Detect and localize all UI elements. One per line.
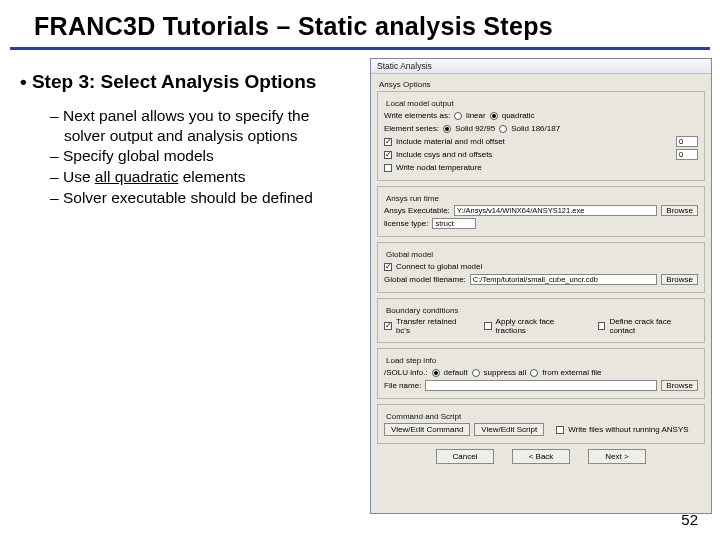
write-nodal-temp-label: Write nodal temperature (396, 163, 482, 172)
write-nodal-temp-check[interactable] (384, 164, 392, 172)
view-edit-script-button[interactable]: View/Edit Script (474, 423, 544, 436)
bullet-list: Next panel allows you to specify the sol… (20, 106, 352, 208)
next-button[interactable]: Next > (588, 449, 646, 464)
boundary-group: Boundary conditions Transfer retained bc… (377, 298, 705, 343)
exec-browse-button[interactable]: Browse (661, 205, 698, 216)
element-series-label: Element series: (384, 124, 439, 133)
solid186187-label: Solid 186/187 (511, 124, 560, 133)
runtime-legend: Ansys run time (386, 194, 698, 203)
global-filename-field[interactable]: C:/Temp/tutorial/small_cube_uncr.cdb (470, 274, 657, 285)
write-elements-label: Write elements as: (384, 111, 450, 120)
boundary-legend: Boundary conditions (386, 306, 698, 315)
step-heading-text: Step 3: Select Analysis Options (32, 71, 316, 92)
mdl-offset-field[interactable]: 0 (676, 136, 698, 147)
cancel-button[interactable]: Cancel (436, 449, 494, 464)
ansys-options-label: Ansys Options (379, 80, 705, 89)
define-contact-label: Define crack face contact (609, 317, 698, 335)
license-label: license type: (384, 219, 428, 228)
solid186187-radio[interactable] (499, 125, 507, 133)
connect-global-check[interactable] (384, 263, 392, 271)
slide-title: FRANC3D Tutorials – Static analysis Step… (0, 12, 720, 47)
apply-crack-check[interactable] (484, 322, 492, 330)
bullet-item: Solver executable should be defined (50, 188, 352, 208)
local-model-legend: Local model output (386, 99, 698, 108)
bullet-item: Specify global models (50, 146, 352, 166)
local-model-group: Local model output Write elements as: li… (377, 91, 705, 181)
exec-field[interactable]: Y:/Ansys/v14/WINX64/ANSYS121.exe (454, 205, 658, 216)
include-material-label: Include material and mdl offset (396, 137, 505, 146)
linear-radio[interactable] (454, 112, 462, 120)
include-csys-check[interactable] (384, 151, 392, 159)
solu-external-label: from external file (542, 368, 601, 377)
global-browse-button[interactable]: Browse (661, 274, 698, 285)
step-heading: • Step 3: Select Analysis Options (20, 70, 352, 94)
linear-label: linear (466, 111, 486, 120)
page-number: 52 (681, 511, 698, 528)
command-script-group: Command and Script View/Edit Command Vie… (377, 404, 705, 444)
bullet-lead: • (20, 71, 32, 92)
static-analysis-dialog: Static Analysis Ansys Options Local mode… (370, 58, 712, 514)
global-model-group: Global model Connect to global model Glo… (377, 242, 705, 293)
include-material-check[interactable] (384, 138, 392, 146)
quadratic-label: quadratic (502, 111, 535, 120)
quadratic-radio[interactable] (490, 112, 498, 120)
solu-external-radio[interactable] (530, 369, 538, 377)
solid9295-label: Solid 92/95 (455, 124, 495, 133)
write-files-check[interactable] (556, 426, 564, 434)
bullet-item: Next panel allows you to specify the sol… (50, 106, 352, 146)
solu-default-label: default (444, 368, 468, 377)
csys-offset-field[interactable]: 0 (676, 149, 698, 160)
loadstep-filename-field[interactable] (425, 380, 657, 391)
solu-label: /SOLU info.: (384, 368, 428, 377)
command-script-legend: Command and Script (386, 412, 698, 421)
loadstep-filename-label: File name: (384, 381, 421, 390)
transfer-bc-label: Transfer retained bc's (396, 317, 472, 335)
runtime-group: Ansys run time Ansys Executable: Y:/Ansy… (377, 186, 705, 237)
loadstep-legend: Load step info (386, 356, 698, 365)
connect-global-label: Connect to global model (396, 262, 482, 271)
view-edit-command-button[interactable]: View/Edit Command (384, 423, 470, 436)
write-files-label: Write files without running ANSYS (568, 425, 688, 434)
bullet-item: Use all quadratic elements (50, 167, 352, 187)
solu-suppress-radio[interactable] (472, 369, 480, 377)
bullet-underline: all quadratic (95, 168, 179, 185)
include-csys-label: Include csys and nd offsets (396, 150, 492, 159)
back-button[interactable]: < Back (512, 449, 570, 464)
solu-default-radio[interactable] (432, 369, 440, 377)
apply-crack-label: Apply crack face tractions (496, 317, 586, 335)
loadstep-group: Load step info /SOLU info.: default supp… (377, 348, 705, 399)
dialog-titlebar: Static Analysis (371, 59, 711, 74)
global-model-legend: Global model (386, 250, 698, 259)
global-filename-label: Global model filename: (384, 275, 466, 284)
transfer-bc-check[interactable] (384, 322, 392, 330)
solid9295-radio[interactable] (443, 125, 451, 133)
exec-label: Ansys Executable: (384, 206, 450, 215)
solu-suppress-label: suppress all (484, 368, 527, 377)
define-contact-check[interactable] (598, 322, 606, 330)
license-field[interactable]: struct (432, 218, 476, 229)
loadstep-browse-button[interactable]: Browse (661, 380, 698, 391)
